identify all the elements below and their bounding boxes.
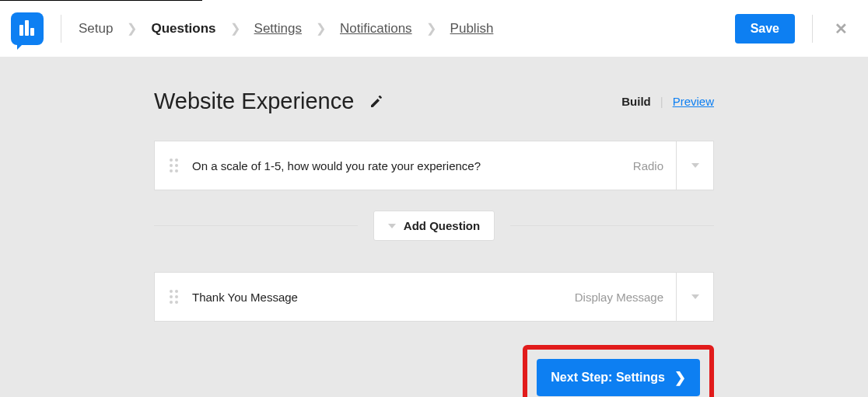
highlight-box: Next Step: Settings ❯	[523, 345, 714, 397]
expand-toggle[interactable]	[676, 141, 713, 190]
chevron-right-icon: ❯	[127, 21, 137, 36]
expand-toggle[interactable]	[676, 273, 713, 321]
pencil-icon[interactable]	[369, 95, 383, 109]
divider	[812, 15, 813, 43]
breadcrumb: Setup ❯ Questions ❯ Settings ❯ Notificat…	[79, 21, 735, 37]
next-step-label: Next Step: Settings	[551, 371, 665, 385]
question-type: Radio	[633, 159, 676, 172]
view-tab-preview[interactable]: Preview	[673, 95, 714, 108]
save-button[interactable]: Save	[735, 14, 795, 44]
divider	[61, 15, 61, 43]
add-question-button[interactable]: Add Question	[373, 211, 495, 241]
crumb-notifications[interactable]: Notifications	[340, 21, 412, 37]
crumb-publish[interactable]: Publish	[450, 21, 494, 37]
chevron-right-icon: ❯	[316, 21, 326, 36]
crumb-questions[interactable]: Questions	[151, 21, 215, 37]
svg-rect-0	[19, 25, 23, 36]
svg-rect-2	[30, 28, 34, 36]
app-logo[interactable]	[11, 12, 44, 45]
close-icon[interactable]: ✕	[830, 15, 852, 43]
crumb-settings[interactable]: Settings	[254, 21, 302, 37]
view-tab-build[interactable]: Build	[621, 95, 651, 108]
caret-down-icon	[691, 163, 699, 168]
chevron-right-icon: ❯	[674, 369, 686, 386]
question-text: On a scale of 1-5, how would you rate yo…	[192, 159, 633, 172]
crumb-setup[interactable]: Setup	[79, 21, 113, 37]
page-title: Website Experience	[154, 89, 354, 114]
svg-rect-1	[25, 20, 29, 36]
next-step-button[interactable]: Next Step: Settings ❯	[537, 359, 700, 396]
thankyou-text: Thank You Message	[192, 291, 575, 304]
caret-down-icon	[691, 294, 699, 299]
caret-down-icon	[388, 224, 396, 228]
chevron-right-icon: ❯	[230, 21, 240, 36]
thankyou-card[interactable]: Thank You Message Display Message	[154, 272, 714, 322]
divider: |	[660, 95, 663, 108]
question-card[interactable]: On a scale of 1-5, how would you rate yo…	[154, 141, 714, 190]
add-question-label: Add Question	[404, 219, 480, 232]
thankyou-type: Display Message	[575, 291, 676, 304]
drag-handle-icon[interactable]	[155, 158, 192, 172]
chevron-right-icon: ❯	[426, 21, 436, 36]
divider	[154, 225, 358, 226]
drag-handle-icon[interactable]	[155, 290, 192, 304]
divider	[510, 225, 714, 226]
